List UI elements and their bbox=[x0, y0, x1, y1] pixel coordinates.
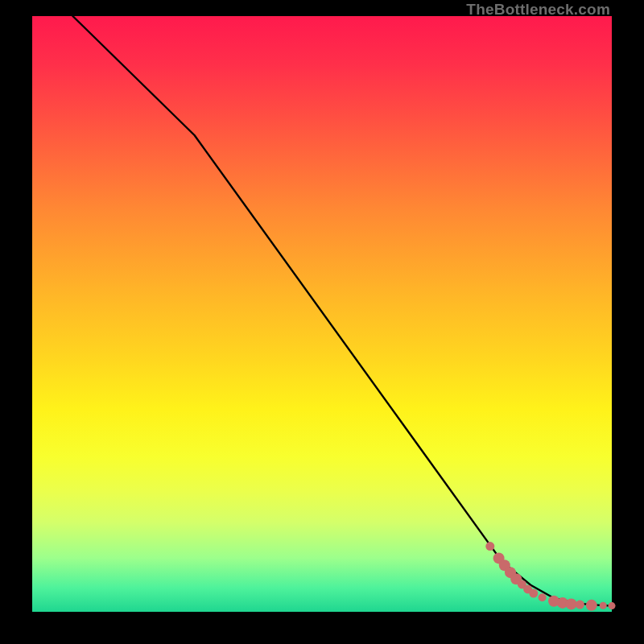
data-point bbox=[539, 593, 547, 601]
data-point bbox=[576, 601, 584, 609]
chart-overlay bbox=[32, 16, 612, 612]
data-point bbox=[566, 598, 577, 609]
data-point bbox=[600, 602, 607, 609]
data-point bbox=[609, 602, 616, 609]
bottleneck-curve bbox=[72, 16, 612, 606]
data-point bbox=[586, 600, 597, 611]
data-point bbox=[529, 589, 538, 598]
chart-frame: TheBottleneck.com bbox=[0, 0, 644, 644]
data-point bbox=[485, 542, 494, 551]
data-points-group bbox=[485, 542, 615, 611]
